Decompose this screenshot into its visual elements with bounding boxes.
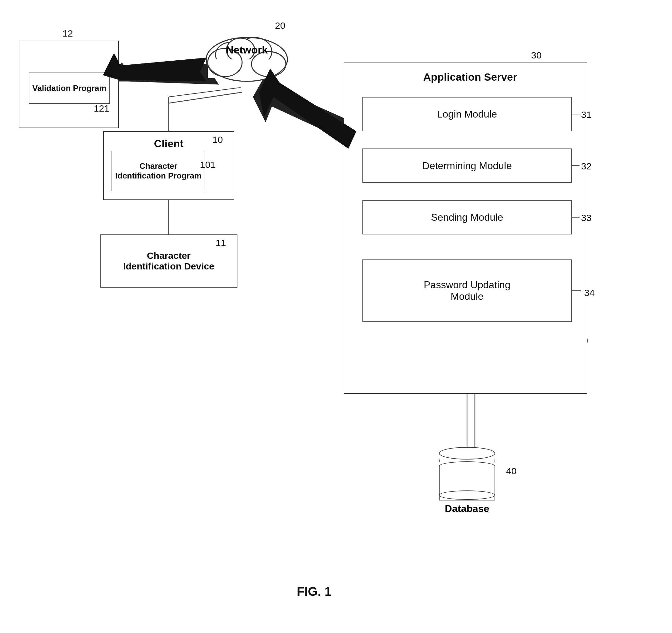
app-server-label: Application Server — [354, 69, 587, 83]
char-id-program-label: CharacterIdentification Program — [115, 161, 201, 181]
login-module-id: 31 — [581, 110, 592, 120]
database-label: Database — [445, 503, 489, 515]
mobile-phone-id: 12 — [63, 28, 73, 39]
password-updating-module-box: Password UpdatingModule — [362, 259, 572, 322]
char-id-program-id: 101 — [200, 159, 216, 170]
char-id-device-label: CharacterIdentification Device — [123, 250, 214, 272]
client-id: 10 — [212, 135, 223, 145]
validation-program-label: Validation Program — [32, 84, 106, 93]
database-id: 40 — [506, 466, 517, 476]
sending-module-box: Sending Module — [362, 200, 572, 234]
diagram-container: Mobile Phone Validation Program 12 121 N… — [0, 0, 672, 633]
login-module-label: Login Module — [437, 109, 497, 120]
validation-program-id: 121 — [94, 103, 109, 114]
sending-module-label: Sending Module — [431, 212, 503, 223]
network-id: 20 — [275, 20, 285, 31]
client-label: Client — [154, 138, 184, 150]
determining-module-id: 32 — [581, 161, 592, 172]
char-id-program-box: CharacterIdentification Program — [112, 151, 205, 191]
db-top — [439, 447, 495, 460]
network-label: Network — [223, 44, 270, 56]
figure-label: FIG. 1 — [297, 585, 332, 599]
determining-module-label: Determining Module — [423, 160, 512, 172]
determining-module-box: Determining Module — [362, 148, 572, 183]
sending-module-id: 33 — [581, 213, 592, 223]
mobile-phone-box: Mobile Phone Validation Program — [19, 41, 119, 128]
password-updating-module-label: Password UpdatingModule — [424, 279, 510, 302]
app-server-id: 30 — [531, 50, 542, 61]
login-module-box: Login Module — [362, 97, 572, 131]
char-id-device-id: 11 — [216, 238, 226, 248]
validation-program-box: Validation Program — [29, 72, 110, 104]
database-shape: Database — [439, 447, 495, 515]
password-updating-module-id: 34 — [584, 287, 595, 298]
